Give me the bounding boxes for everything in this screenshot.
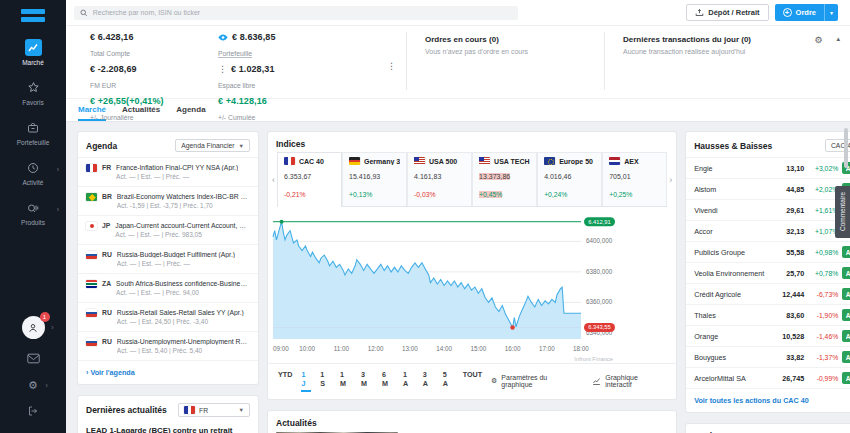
index-tab[interactable]: Germany 30 15.416,93 +0,13% bbox=[342, 152, 407, 206]
range-button[interactable]: 3 A bbox=[423, 370, 434, 392]
stock-row[interactable]: Alstom 44,85 +2,02% A V bbox=[686, 178, 850, 199]
top-bar: Dépôt / Retrait +Ordre ▾ bbox=[66, 0, 850, 25]
stock-row[interactable]: Crédit Agricole 12,444 -6,73% A V bbox=[686, 283, 850, 304]
comment-side-tab[interactable]: Commentaire bbox=[835, 186, 850, 238]
latest-news-country-select[interactable]: FR ▼ bbox=[178, 403, 250, 417]
buy-button[interactable]: A bbox=[842, 267, 850, 279]
stock-row[interactable]: Thales 83,60 -1,90% A V bbox=[686, 304, 850, 325]
logout-icon[interactable] bbox=[27, 403, 39, 421]
svg-text:Infront Finance: Infront Finance bbox=[574, 356, 613, 362]
range-button[interactable]: 5 A bbox=[443, 370, 454, 392]
svg-text:6360,000: 6360,000 bbox=[586, 298, 613, 305]
agenda-item[interactable]: RU Russia-Retail Sales-Retail Sales YY (… bbox=[78, 302, 258, 331]
stock-row[interactable]: Veolia Environnement 25,70 +0,78% A V bbox=[686, 262, 850, 283]
indices-card: Indices ‹ CAC 40 6.353,67 -0,21% Germany… bbox=[268, 132, 676, 399]
stock-row[interactable]: Accor 32,13 +1,07% A V bbox=[686, 220, 850, 241]
movers-title: Hausses & Baisses bbox=[694, 141, 772, 151]
buy-button[interactable]: A bbox=[842, 309, 850, 321]
order-button[interactable]: +Ordre ▾ bbox=[775, 4, 838, 21]
search-bar[interactable] bbox=[74, 6, 518, 20]
stock-row[interactable]: Engie 13,10 +3,02% A V bbox=[686, 157, 850, 178]
agenda-item[interactable]: RU Russia-Budget-Budget Fulfilment (Apr.… bbox=[78, 244, 258, 273]
svg-text:10:00: 10:00 bbox=[299, 345, 315, 352]
settings-gear-icon[interactable]: ⚙› bbox=[28, 379, 38, 392]
movers-card: Hausses & Baisses CAC 40▼ Engie 13,10 +3… bbox=[686, 132, 850, 412]
latest-news-card: Dernières actualités FR ▼ LEAD 1-Lagarde… bbox=[78, 396, 258, 433]
stock-row[interactable]: ArcelorMittal SA 26,745 -0,99% A V bbox=[686, 367, 850, 388]
collapse-panel-icon[interactable]: ▴ bbox=[836, 35, 840, 43]
sidebar-item-portefeuille[interactable]: Portefeuille bbox=[0, 112, 66, 152]
panel-settings-gear-icon[interactable]: ⚙ bbox=[814, 35, 822, 45]
more-menu-icon[interactable]: ⋮ bbox=[218, 65, 227, 74]
scrollbar-thumb[interactable] bbox=[844, 128, 848, 168]
user-avatar[interactable]: 1 › bbox=[22, 316, 45, 339]
agenda-item[interactable]: JP Japan-Current account-Current Account… bbox=[78, 215, 258, 244]
stats-more-menu-icon[interactable]: ⋮ bbox=[387, 62, 396, 71]
search-input[interactable] bbox=[93, 9, 512, 16]
buy-button[interactable]: A bbox=[842, 372, 850, 384]
index-flag-icon bbox=[609, 157, 620, 165]
svg-text:17:00: 17:00 bbox=[539, 345, 555, 352]
clock-icon bbox=[25, 159, 42, 176]
portfolio-icon bbox=[25, 119, 42, 136]
buy-button[interactable]: A bbox=[842, 246, 850, 258]
agenda-item[interactable]: RU Russia-Unemployment-Unemployment Rate… bbox=[78, 331, 258, 360]
agenda-title: Agenda bbox=[86, 141, 117, 151]
range-button[interactable]: 1 S bbox=[320, 370, 331, 392]
buy-button[interactable]: A bbox=[842, 288, 850, 300]
indices-scroll-left-icon[interactable]: ‹ bbox=[270, 175, 277, 185]
range-button[interactable]: 1 M bbox=[340, 370, 352, 392]
interactive-chart-button[interactable]: Graphique interactif bbox=[592, 374, 666, 388]
svg-text:6.412,91: 6.412,91 bbox=[588, 219, 611, 225]
agenda-item[interactable]: ZA South Africa-Business confidence-Busi… bbox=[78, 273, 258, 302]
agenda-item[interactable]: FR France-Inflation Final-CPI YY NSA (Ap… bbox=[78, 157, 258, 186]
see-agenda-link[interactable]: › Voir l'agenda bbox=[78, 360, 258, 384]
app-logo[interactable] bbox=[21, 9, 45, 22]
range-button[interactable]: YTD bbox=[278, 370, 292, 392]
gear-icon: ⚙ bbox=[491, 377, 497, 385]
chevron-down-icon: ▼ bbox=[239, 143, 244, 149]
latest-news-headline[interactable]: LEAD 1-Lagarde (BCE) contre un retrait p… bbox=[78, 422, 258, 433]
sidebar-bottom: 1 › ⚙› bbox=[22, 316, 45, 433]
stock-row[interactable]: Publicis Groupe 55,58 +0,98% A V bbox=[686, 241, 850, 262]
stock-row[interactable]: Bouygues 33,82 -1,37% A V bbox=[686, 346, 850, 367]
range-button[interactable]: TOUT bbox=[463, 370, 482, 392]
index-tab[interactable]: AEX 705,01 +0,25% bbox=[602, 152, 667, 206]
stock-row[interactable]: Orange 10,528 -1,46% A V bbox=[686, 325, 850, 346]
stock-row[interactable]: Vivendi 29,61 +1,61% A V bbox=[686, 199, 850, 220]
chevron-right-icon: › bbox=[51, 324, 53, 331]
range-button[interactable]: 6 M bbox=[382, 370, 394, 392]
order-dropdown-caret[interactable]: ▾ bbox=[824, 4, 838, 21]
indices-scroll-right-icon[interactable]: › bbox=[667, 175, 674, 185]
sidebar-item-favoris[interactable]: Favoris bbox=[0, 72, 66, 112]
index-chart-svg[interactable]: 6400,0006380,0006360,0006340,0006.412,91… bbox=[271, 211, 615, 363]
see-all-cac40-link[interactable]: Voir toutes les actions du CAC 40 bbox=[686, 388, 850, 412]
buy-button[interactable]: A bbox=[842, 330, 850, 342]
chart-settings-button[interactable]: ⚙Paramètres du graphique bbox=[491, 374, 580, 388]
eye-icon[interactable] bbox=[218, 34, 228, 41]
range-button[interactable]: 3 M bbox=[361, 370, 373, 392]
transactions-section: Dernières transactions du jour (0) Aucun… bbox=[604, 32, 774, 90]
sidebar-item-marche[interactable]: Marché bbox=[0, 32, 66, 72]
svg-text:18:00: 18:00 bbox=[573, 345, 589, 352]
index-tab[interactable]: Europe 50 4.016,46 +0,24% bbox=[537, 152, 602, 206]
sidebar-item-produits[interactable]: Produits › bbox=[0, 192, 66, 232]
sidebar-item-activite[interactable]: Activité › bbox=[0, 152, 66, 192]
country-flag-icon bbox=[86, 251, 97, 259]
index-tab[interactable]: USA 500 4.161,83 -0,03% bbox=[407, 152, 472, 206]
svg-text:15:00: 15:00 bbox=[470, 345, 486, 352]
range-button[interactable]: 1 A bbox=[403, 370, 414, 392]
market-chart-icon bbox=[25, 39, 42, 56]
indices-title: Indices bbox=[276, 139, 305, 149]
svg-text:12:00: 12:00 bbox=[368, 345, 384, 352]
stat-portefeuille: € 8.636,85 Portefeuille bbox=[218, 32, 368, 60]
range-button[interactable]: 1 J bbox=[301, 370, 311, 392]
mail-icon[interactable] bbox=[27, 350, 40, 368]
index-tab[interactable]: CAC 40 6.353,67 -0,21% bbox=[277, 152, 342, 206]
deposit-withdraw-button[interactable]: Dépôt / Retrait bbox=[686, 4, 768, 21]
agenda-filter-select[interactable]: Agenda Financier▼ bbox=[175, 139, 250, 152]
index-tab[interactable]: USA TECH 100 13.373,86 +0,45% bbox=[472, 152, 537, 206]
agenda-item[interactable]: BR Brazil-Economy Watchers Index-IBC-BR … bbox=[78, 186, 258, 215]
buy-button[interactable]: A bbox=[842, 351, 850, 363]
svg-text:6380,000: 6380,000 bbox=[586, 268, 613, 275]
